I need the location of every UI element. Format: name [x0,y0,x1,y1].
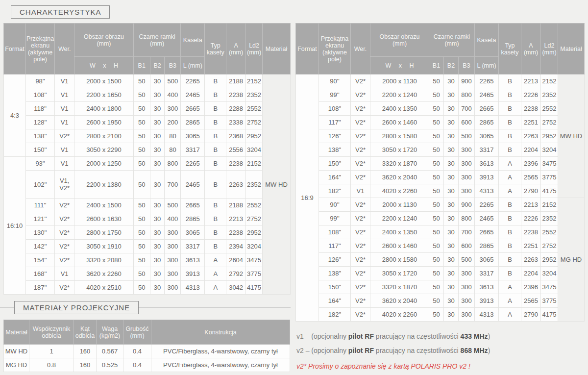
spec-cell: B [205,157,226,171]
spec-cell: 50 [429,171,444,184]
spec-cell: A [499,280,521,294]
materials-table: MateriałWspółczynnik odbiciaKąt odbiciaW… [3,320,290,372]
spec-cell: 50 [133,143,150,157]
spec-cell: 300 [165,281,181,295]
spec-cell: 300 [459,267,475,280]
spec-cell: 2188 [226,75,246,88]
spec-cell: 154'' [25,253,54,267]
spec-cell: 2565 [521,171,541,184]
spec-table-header: FormatPrzekątna ekranu (aktywne pole)Wer… [4,24,291,75]
spec-cell: V1 [55,116,74,129]
spec-cell: 30 [150,171,165,199]
spec-cell: 2665 [181,199,205,212]
spec-cell: 3317 [475,143,499,157]
spec-cell: 2238 [226,157,246,171]
spec-cell: V2* [351,308,370,322]
spec-cell: 2600 x 1630 [74,212,134,226]
footnote-text: ) [488,347,490,354]
spec-cell: 50 [133,212,150,226]
table-row: 150''V13050 x 22905030803317B25563204 [4,143,291,157]
header-cell: W x H [74,57,134,75]
material-cell: MW HD [263,75,291,295]
materials-cell: 0.4 [123,358,151,372]
spec-cell: V1 [55,157,74,171]
spec-cell: 30 [150,281,165,295]
content-columns: FormatPrzekątna ekranu (aktywne pole)Wer… [0,23,588,375]
table-row: 187''V2*4020 x 251050303004313A30424175 [4,281,291,295]
spec-cell: 2213 [226,212,246,226]
spec-cell: B [499,75,521,88]
spec-table-left: FormatPrzekątna ekranu (aktywne pole)Wer… [3,23,291,295]
spec-cell: 2204 [521,267,541,280]
spec-cell: 500 [165,199,181,212]
spec-cell: 3475 [541,157,558,171]
table-row: 90''V2*2000 x 113050309002265B22132152MG… [296,198,585,212]
spec-cell: 2000 x 1250 [74,157,134,171]
spec-cell: 182'' [319,308,351,322]
spec-cell: 30 [150,253,165,267]
table-row: 138''V2*3050 x 172050303003317B22043204 [296,143,585,157]
spec-cell: 50 [133,281,150,295]
spec-cell: 2465 [181,171,205,199]
spec-cell: 50 [133,88,150,102]
spec-cell: 3475 [246,253,263,267]
table-row: 99''V2*2200 x 124050308002465B22262352 [296,88,585,102]
spec-cell: 2465 [475,212,499,225]
spec-cell: 2352 [541,88,558,102]
footnotes: v1 – (opcjonalny pilot RF pracujący na c… [296,332,585,370]
spec-cell: 50 [133,240,150,253]
header-cell: Przekątna ekranu (aktywne pole) [319,24,351,75]
spec-cell: 2752 [541,239,558,253]
spec-cell: 2263 [226,171,246,199]
spec-cell: 700 [459,225,475,239]
spec-cell: 4175 [541,184,558,198]
spec-cell: 3065 [181,226,205,240]
spec-cell: 2226 [521,212,541,225]
spec-cell: 98'' [25,75,54,88]
spec-cell: 4175 [246,281,263,295]
table-row: 99''V2*2200 x 124050308002465B22262352 [296,212,585,225]
spec-cell: 300 [459,280,475,294]
header-cell: Kaseta [181,24,205,57]
spec-cell: 2865 [181,212,205,226]
spec-cell: 2952 [246,226,263,240]
spec-cell: V2* [55,281,74,295]
spec-cell: 3775 [246,267,263,281]
spec-cell: 2396 [521,157,541,171]
spec-cell: 50 [429,157,444,171]
spec-cell: 50 [133,253,150,267]
header-cell: Typ kasety [499,24,521,75]
header-cell: Przekątna ekranu (aktywne pole) [25,24,54,75]
spec-cell: 50 [429,225,444,239]
spec-cell: 99'' [319,88,351,102]
spec-cell: 150'' [319,157,351,171]
spec-cell: 2152 [541,198,558,212]
spec-cell: V2* [55,212,74,226]
spec-cell: 3775 [541,294,558,308]
left-column: FormatPrzekątna ekranu (aktywne pole)Wer… [3,23,291,372]
spec-cell: 2204 [521,143,541,157]
spec-cell: 2565 [521,294,541,308]
spec-cell: 2368 [226,129,246,143]
spec-cell: 30 [150,75,165,88]
spec-cell: 3317 [181,240,205,253]
materials-cell: MW HD [4,345,29,358]
spec-cell: B [499,116,521,129]
footnote-line: v1 – (opcjonalny pilot RF pracujący na c… [296,332,585,340]
spec-cell: 2400 x 1500 [74,199,134,212]
spec-cell: 4020 x 2510 [74,281,134,295]
spec-cell: A [205,281,226,295]
spec-cell: 30 [150,157,165,171]
spec-cell: 164'' [319,171,351,184]
footnote-bold-text: pilot RF [348,347,374,354]
spec-cell: 2200 x 1240 [370,88,429,102]
table-row: 16:1093''V12000 x 125050308002265B223821… [4,157,291,171]
spec-cell: 2400 x 1350 [370,225,429,239]
spec-cell: 2800 x 2100 [74,129,134,143]
table-row: 154''V2*3320 x 208050303003613A26043475 [4,253,291,267]
spec-cell: 2200 x 1240 [370,212,429,225]
spec-table-right: FormatPrzekątna ekranu (aktywne pole)Wer… [295,23,585,322]
spec-cell: 2000 x 1130 [370,75,429,88]
spec-cell: 2790 [521,184,541,198]
spec-cell: 50 [429,280,444,294]
